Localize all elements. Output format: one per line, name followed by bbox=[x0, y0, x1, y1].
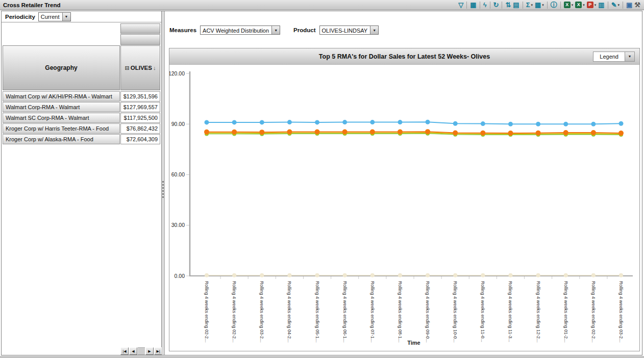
toolbar-separator bbox=[502, 2, 502, 9]
data-point[interactable] bbox=[398, 273, 402, 277]
data-point[interactable] bbox=[480, 131, 485, 136]
export-excel-icon[interactable]: X▾ bbox=[563, 1, 575, 9]
layout-options-icon[interactable]: ▦▾ bbox=[534, 1, 545, 9]
data-point[interactable] bbox=[205, 273, 209, 277]
data-point[interactable] bbox=[591, 122, 596, 126]
dropdown-arrow-icon[interactable]: ▾ bbox=[542, 3, 544, 7]
geography-cell[interactable]: Walmart Corp w/ AK/HI/PR-RMA - Walmart bbox=[3, 91, 120, 101]
olives-column-header[interactable]: ⊟ OLIVES ↓ bbox=[120, 45, 160, 90]
refresh-icon[interactable]: ↻ bbox=[492, 1, 500, 9]
dropdown-arrow-icon[interactable]: ▾ bbox=[595, 3, 597, 7]
data-point[interactable] bbox=[259, 130, 264, 135]
sort-descending-icon[interactable]: ↓ bbox=[153, 65, 156, 71]
data-point[interactable] bbox=[398, 129, 403, 134]
data-point[interactable] bbox=[343, 273, 347, 277]
data-point[interactable] bbox=[619, 121, 624, 126]
data-point[interactable] bbox=[426, 273, 430, 277]
pager-last-button[interactable]: ▶| bbox=[154, 347, 162, 355]
toolbar-separator bbox=[547, 2, 548, 9]
data-point[interactable] bbox=[453, 121, 458, 126]
x-axis-label: Rolling 4 weeks ending 03-2... bbox=[259, 281, 264, 343]
geography-cell[interactable]: Walmart Corp-RMA - Walmart bbox=[3, 102, 120, 112]
data-point[interactable] bbox=[232, 273, 236, 277]
product-select[interactable]: OLIVES-LINDSAY ▼ bbox=[319, 25, 379, 35]
data-point[interactable] bbox=[536, 273, 540, 277]
geography-cell[interactable]: Kroger Corp w/ Harris Teeter-RMA - Food bbox=[3, 123, 120, 134]
aggregate-sigma-icon: Σ bbox=[526, 1, 530, 9]
data-format-icon[interactable]: ▤ bbox=[512, 1, 520, 9]
geography-cell[interactable]: Kroger Corp w/ Alaska-RMA - Food bbox=[3, 134, 120, 144]
data-point[interactable] bbox=[591, 273, 596, 277]
dropdown-arrow-icon[interactable]: ▾ bbox=[572, 3, 574, 7]
collapse-minus-icon[interactable]: ⊟ bbox=[125, 65, 130, 71]
data-point[interactable] bbox=[508, 131, 513, 136]
data-point[interactable] bbox=[508, 122, 513, 126]
export-powerpoint-icon[interactable]: P▾ bbox=[586, 1, 598, 9]
data-point[interactable] bbox=[370, 129, 375, 134]
geography-cell[interactable]: Walmart SC Corp-RMA - Walmart bbox=[3, 113, 120, 123]
data-point[interactable] bbox=[591, 130, 596, 135]
data-point[interactable] bbox=[342, 129, 348, 134]
data-point[interactable] bbox=[481, 273, 485, 277]
data-point[interactable] bbox=[370, 273, 375, 277]
legend-button-label[interactable]: Legend bbox=[593, 52, 625, 62]
x-axis-label: Rolling 4 weeks ending 11-0... bbox=[480, 281, 485, 342]
data-point[interactable] bbox=[260, 120, 264, 124]
dropdown-arrow-icon[interactable]: ▾ bbox=[531, 3, 533, 7]
data-point[interactable] bbox=[398, 120, 402, 124]
geography-column-header[interactable]: Geography bbox=[3, 45, 120, 90]
data-point[interactable] bbox=[315, 273, 319, 277]
quick-calc-icon[interactable]: ϟ bbox=[482, 1, 488, 9]
export-excel-formatted-icon[interactable]: X▾ bbox=[574, 1, 586, 9]
data-point[interactable] bbox=[426, 120, 430, 124]
grid-view-icon[interactable]: ▦ bbox=[469, 1, 477, 9]
pager-next-button[interactable]: ▶ bbox=[145, 347, 154, 355]
data-point[interactable] bbox=[287, 273, 291, 277]
data-point[interactable] bbox=[260, 273, 264, 277]
periodicity-select[interactable]: Current ▼ bbox=[38, 12, 71, 21]
pager-first-button[interactable]: |◀ bbox=[120, 347, 129, 355]
tools-icon[interactable]: ⚒ bbox=[633, 1, 641, 9]
data-point[interactable] bbox=[619, 273, 623, 277]
edit-icon: ✎ bbox=[611, 1, 617, 9]
data-point[interactable] bbox=[453, 273, 457, 277]
sort-icon[interactable]: ⇅ bbox=[504, 1, 512, 9]
chevron-down-icon[interactable]: ▼ bbox=[271, 26, 280, 34]
data-point[interactable] bbox=[232, 130, 237, 135]
copy-icon[interactable]: ▣ bbox=[625, 1, 633, 9]
dropdown-arrow-icon[interactable]: ▾ bbox=[583, 3, 585, 7]
data-point[interactable] bbox=[481, 121, 485, 126]
data-point[interactable] bbox=[536, 131, 541, 136]
chevron-down-icon[interactable]: ▼ bbox=[62, 13, 70, 21]
legend-control[interactable]: Legend ▼ bbox=[593, 52, 635, 62]
data-point[interactable] bbox=[232, 120, 237, 124]
data-point[interactable] bbox=[315, 129, 320, 134]
chevron-down-icon[interactable]: ▼ bbox=[625, 52, 635, 62]
data-point[interactable] bbox=[425, 129, 430, 134]
data-point[interactable] bbox=[563, 130, 568, 135]
data-point[interactable] bbox=[287, 120, 292, 124]
data-point[interactable] bbox=[536, 122, 540, 126]
dropdown-arrow-icon[interactable]: ▾ bbox=[618, 3, 620, 7]
data-point[interactable] bbox=[342, 120, 347, 124]
filter-icon[interactable]: ▽ bbox=[457, 1, 464, 9]
data-point[interactable] bbox=[618, 131, 624, 136]
chevron-down-icon[interactable]: ▼ bbox=[370, 26, 378, 34]
data-point[interactable] bbox=[564, 273, 568, 277]
data-point[interactable] bbox=[563, 122, 568, 126]
merge-view-icon[interactable]: ▥ bbox=[597, 1, 605, 9]
measures-select[interactable]: ACV Weighted Distribution ▼ bbox=[200, 25, 280, 35]
data-point[interactable] bbox=[370, 120, 375, 124]
data-point[interactable] bbox=[287, 129, 292, 134]
data-point[interactable] bbox=[453, 130, 458, 135]
data-point[interactable] bbox=[508, 273, 512, 277]
aggregate-sigma-icon[interactable]: Σ▾ bbox=[525, 1, 534, 9]
data-point[interactable] bbox=[205, 120, 209, 124]
edit-icon[interactable]: ✎▾ bbox=[610, 1, 621, 9]
y-tick-label: 120.00 bbox=[169, 70, 185, 76]
data-point[interactable] bbox=[315, 120, 319, 124]
data-point[interactable] bbox=[204, 130, 209, 135]
pager-prev-button[interactable]: ◀ bbox=[129, 347, 137, 355]
info-icon[interactable]: ⓘ bbox=[550, 1, 558, 9]
x-axis-label: Rolling 4 weeks ending 01-2... bbox=[563, 281, 568, 343]
